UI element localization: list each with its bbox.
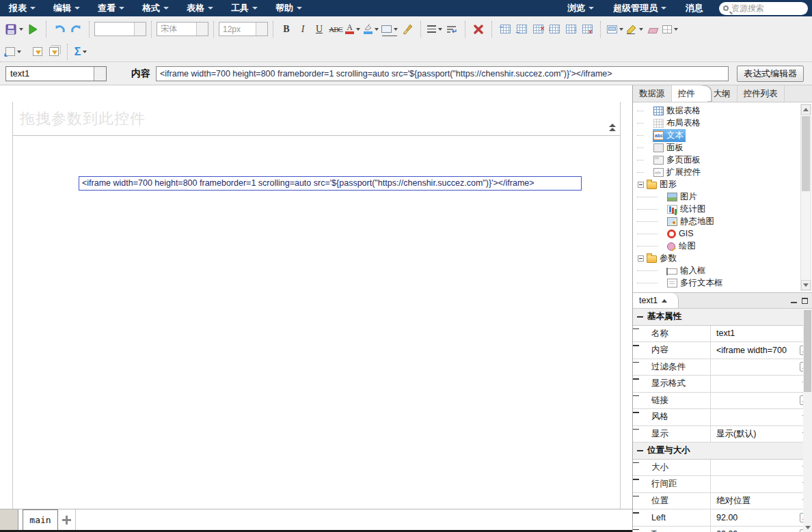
tree-item[interactable]: 扩展控件: [637, 166, 812, 178]
tree-item[interactable]: 文本: [637, 129, 812, 141]
insert-column-left-button[interactable]: ↓: [546, 21, 563, 38]
merge-cells-button[interactable]: [606, 21, 625, 38]
font-size-combobox[interactable]: 12px: [219, 22, 268, 36]
redo-button[interactable]: [68, 21, 84, 38]
filter-button[interactable]: [29, 44, 46, 60]
property-row[interactable]: 位置与大小 …: [633, 443, 812, 460]
bold-button[interactable]: B: [278, 21, 295, 38]
panel-tab[interactable]: 控件: [672, 85, 707, 102]
section-collapse-icon[interactable]: [633, 426, 639, 432]
section-collapse-icon[interactable]: [633, 409, 639, 415]
section-collapse-icon[interactable]: [633, 326, 639, 332]
menu-item[interactable]: 帮助: [267, 0, 311, 16]
erase-border-button[interactable]: [645, 21, 661, 38]
property-value[interactable]: 显示(默认): [711, 426, 798, 443]
tree-expander-icon[interactable]: [638, 255, 644, 262]
menu-item[interactable]: 编辑: [44, 0, 89, 16]
font-family-combobox[interactable]: 宋体: [157, 22, 208, 36]
tree-scrollbar[interactable]: [800, 104, 811, 291]
undo-button[interactable]: [51, 21, 68, 38]
tree-item[interactable]: 布局表格: [637, 117, 812, 129]
tree-item[interactable]: 图片: [637, 191, 812, 203]
menu-item[interactable]: 查看: [89, 0, 133, 16]
messages-menu[interactable]: 消息: [677, 0, 712, 16]
menu-item[interactable]: 格式: [133, 0, 178, 16]
property-row[interactable]: Left 92.00 …: [633, 509, 812, 527]
property-value[interactable]: [711, 460, 798, 476]
scroll-down-button[interactable]: [801, 280, 811, 290]
user-menu[interactable]: 超级管理员: [604, 0, 675, 16]
delete-row-button[interactable]: ✕: [530, 21, 546, 38]
tree-item[interactable]: 参数: [637, 252, 812, 264]
run-button[interactable]: [25, 21, 41, 38]
property-value[interactable]: [711, 376, 798, 392]
underline-button[interactable]: U: [311, 21, 327, 38]
tree-item[interactable]: 面板: [637, 141, 812, 154]
tree-item[interactable]: 多行文本框: [637, 277, 812, 289]
browse-menu[interactable]: 浏览: [558, 0, 603, 16]
section-collapse-icon[interactable]: [637, 313, 643, 320]
section-collapse-icon[interactable]: [633, 509, 639, 516]
report-canvas[interactable]: 拖拽参数到此控件 <iframe width=700 height=800 fr…: [0, 85, 632, 532]
border-button[interactable]: [380, 21, 399, 38]
clear-format-button[interactable]: [399, 21, 416, 38]
minimize-icon[interactable]: [791, 298, 797, 303]
save-button[interactable]: [4, 21, 25, 38]
delete-button[interactable]: [470, 21, 487, 38]
scroll-thumb[interactable]: [802, 116, 810, 191]
summary-button[interactable]: Σ: [72, 44, 89, 60]
draw-border-button[interactable]: [625, 21, 645, 38]
add-sheet-button[interactable]: [58, 509, 76, 530]
section-collapse-icon[interactable]: [633, 376, 639, 382]
property-row[interactable]: 过滤条件 …: [633, 359, 812, 376]
section-collapse-icon[interactable]: [637, 447, 643, 453]
property-row[interactable]: Top 60.00 …: [633, 527, 812, 532]
panel-tab[interactable]: 大纲: [707, 85, 737, 102]
property-row[interactable]: 风格 …: [633, 409, 812, 426]
section-collapse-icon[interactable]: [633, 476, 639, 482]
property-row[interactable]: 位置 绝对位置 …: [633, 493, 812, 510]
tree-item[interactable]: 多页面板: [637, 154, 812, 166]
dropdown-button[interactable]: [196, 23, 208, 36]
content-input[interactable]: [156, 66, 729, 81]
property-row[interactable]: 大小 …: [633, 460, 812, 477]
property-row[interactable]: 名称 text1 …: [633, 326, 812, 343]
split-cells-button[interactable]: [661, 21, 679, 38]
wrap-button[interactable]: [444, 21, 460, 38]
property-value[interactable]: 92.00: [711, 509, 798, 526]
tree-expander-icon[interactable]: [638, 182, 644, 188]
property-row[interactable]: 链接 …: [633, 393, 812, 410]
section-collapse-icon[interactable]: [633, 359, 639, 365]
property-row[interactable]: 基本属性 …: [633, 309, 812, 326]
tree-item[interactable]: 静态地图: [637, 215, 812, 227]
section-collapse-icon[interactable]: [633, 393, 639, 399]
dropdown-button[interactable]: [134, 23, 146, 36]
section-collapse-icon[interactable]: [633, 493, 639, 499]
panel-tab[interactable]: 控件列表: [737, 85, 785, 102]
property-row[interactable]: 显示 显示(默认) …: [633, 426, 812, 443]
filter-pages-button[interactable]: [46, 44, 62, 60]
strikethrough-button[interactable]: ABC: [327, 21, 344, 38]
property-value[interactable]: [711, 359, 798, 376]
property-value[interactable]: [711, 409, 798, 425]
insert-control-button[interactable]: [4, 44, 23, 60]
insert-column-right-button[interactable]: ↓: [563, 21, 579, 38]
menu-item[interactable]: 报表: [0, 0, 44, 16]
insert-row-below-button[interactable]: →: [513, 21, 530, 38]
collapse-param-button[interactable]: [608, 122, 617, 132]
sheet-tab-main[interactable]: main: [23, 509, 58, 530]
dropdown-button[interactable]: [94, 67, 106, 81]
font-color-button[interactable]: A: [344, 21, 362, 38]
panel-tab[interactable]: 数据源: [633, 85, 672, 102]
tree-item[interactable]: GIS: [637, 227, 812, 240]
property-row[interactable]: 内容 <iframe width=700 …: [633, 342, 812, 359]
section-collapse-icon[interactable]: [633, 460, 639, 466]
property-row[interactable]: 显示格式 …: [633, 376, 812, 393]
expression-editor-button[interactable]: 表达式编辑器: [737, 66, 804, 82]
property-value[interactable]: text1: [711, 326, 798, 342]
style-combobox[interactable]: [94, 22, 146, 36]
property-row[interactable]: 行间距 …: [633, 476, 812, 493]
align-button[interactable]: [426, 21, 444, 38]
delete-column-button[interactable]: ✕: [579, 21, 595, 38]
tree-item[interactable]: 绘图: [637, 240, 812, 252]
